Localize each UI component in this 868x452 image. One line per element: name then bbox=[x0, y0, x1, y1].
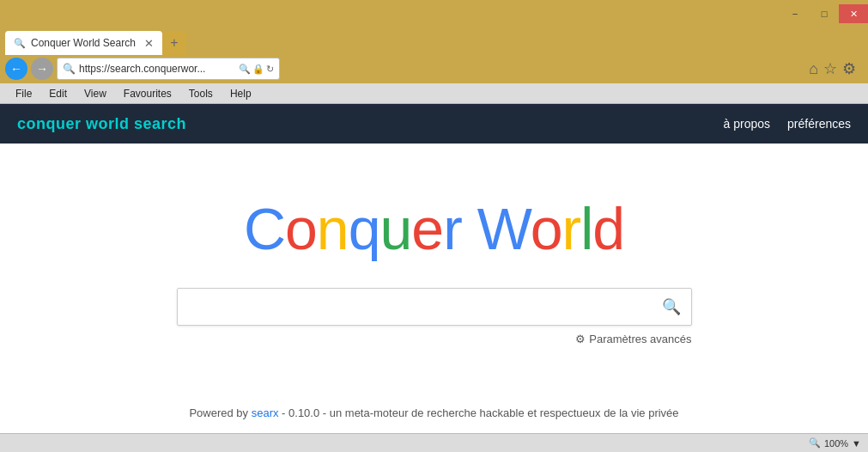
tab-close-button[interactable]: ✕ bbox=[144, 37, 154, 50]
logo-letter-r: r bbox=[443, 196, 462, 261]
logo-letter-o: o bbox=[285, 196, 317, 261]
zoom-icon: 🔍 bbox=[809, 437, 821, 449]
address-bar-actions: 🔍 🔒 ↻ bbox=[239, 64, 274, 75]
title-bar: − □ ✕ bbox=[0, 0, 868, 27]
address-bar-row: ← → 🔍 https://search.conquerwor... 🔍 🔒 ↻… bbox=[0, 55, 868, 83]
about-link[interactable]: à propos bbox=[724, 117, 770, 131]
logo-letter-u: u bbox=[380, 196, 412, 261]
menu-favourites[interactable]: Favourites bbox=[115, 83, 180, 103]
search-box: 🔍 bbox=[177, 288, 692, 326]
browser-window: − □ ✕ 🔍 Conquer World Search ✕ + ← → 🔍 h… bbox=[0, 0, 868, 452]
footer: Powered by searx - 0.10.0 - un meta-mote… bbox=[189, 381, 678, 433]
logo-letter-q: q bbox=[349, 196, 380, 261]
preferences-link[interactable]: préférences bbox=[787, 117, 851, 131]
logo-letter-o2: o bbox=[531, 196, 562, 261]
logo-letter-r2: r bbox=[562, 196, 581, 261]
zoom-dropdown-icon[interactable]: ▼ bbox=[852, 438, 861, 449]
menu-edit[interactable]: Edit bbox=[40, 83, 76, 103]
search-input[interactable] bbox=[188, 299, 662, 315]
forward-button[interactable]: → bbox=[31, 58, 53, 80]
logo-letter-n: n bbox=[317, 196, 349, 261]
settings-icon[interactable]: ⚙ bbox=[842, 59, 856, 78]
menu-help[interactable]: Help bbox=[222, 83, 260, 103]
address-bar[interactable]: 🔍 https://search.conquerwor... 🔍 🔒 ↻ bbox=[57, 58, 280, 80]
footer-powered-by: Powered by bbox=[189, 406, 251, 419]
maximize-button[interactable]: □ bbox=[810, 4, 839, 23]
menu-view[interactable]: View bbox=[76, 83, 115, 103]
home-icon[interactable]: ⌂ bbox=[809, 60, 818, 78]
address-refresh-btn[interactable]: ↻ bbox=[266, 64, 274, 75]
site-logo: conquer world search bbox=[17, 115, 186, 133]
site-nav-links: à propos préférences bbox=[724, 117, 851, 131]
status-bar: 🔍 100% ▼ bbox=[0, 433, 868, 452]
browser-chrome: 🔍 Conquer World Search ✕ + ← → 🔍 https:/… bbox=[0, 27, 868, 83]
logo-letter-W: W bbox=[477, 196, 531, 261]
toolbar-icons: ⌂ ☆ ⚙ bbox=[809, 59, 863, 78]
logo-letter-C: C bbox=[244, 196, 285, 261]
site-nav: conquer world search à propos préférence… bbox=[0, 104, 868, 144]
advanced-settings-label: Paramètres avancés bbox=[589, 333, 691, 345]
gear-icon: ⚙ bbox=[575, 333, 586, 345]
tab-bar: 🔍 Conquer World Search ✕ + bbox=[0, 27, 868, 55]
close-button[interactable]: ✕ bbox=[839, 4, 868, 23]
tab-title: Conquer World Search bbox=[31, 37, 136, 49]
site-main-logo: Conquer World bbox=[244, 195, 624, 262]
search-container: 🔍 ⚙ Paramètres avancés bbox=[177, 288, 692, 345]
menu-tools[interactable]: Tools bbox=[180, 83, 222, 103]
zoom-level: 100% bbox=[824, 438, 848, 449]
logo-letter-e: e bbox=[411, 196, 443, 261]
new-tab-button[interactable]: + bbox=[162, 31, 186, 55]
menu-bar: File Edit View Favourites Tools Help bbox=[0, 83, 868, 104]
address-search-icon: 🔍 bbox=[63, 63, 76, 75]
logo-letter-d: d bbox=[592, 196, 624, 261]
minimize-button[interactable]: − bbox=[780, 4, 810, 23]
active-tab[interactable]: 🔍 Conquer World Search ✕ bbox=[5, 31, 162, 55]
logo-letter-l: l bbox=[580, 196, 592, 261]
advanced-settings-link[interactable]: ⚙ Paramètres avancés bbox=[575, 333, 691, 345]
window-controls: − □ ✕ bbox=[780, 0, 868, 27]
favorites-icon[interactable]: ☆ bbox=[823, 59, 837, 78]
menu-file[interactable]: File bbox=[7, 83, 40, 103]
footer-version: - 0.10.0 - un meta-moteur de recherche h… bbox=[278, 406, 678, 419]
tab-favicon: 🔍 bbox=[14, 38, 26, 49]
search-submit-button[interactable]: 🔍 bbox=[662, 297, 681, 316]
footer-searx-link[interactable]: searx bbox=[252, 406, 279, 419]
back-button[interactable]: ← bbox=[5, 58, 27, 80]
url-display: https://search.conquerwor... bbox=[79, 63, 235, 75]
main-content: Conquer World 🔍 ⚙ Paramètres avancés Pow… bbox=[0, 144, 868, 433]
address-search-btn[interactable]: 🔍 bbox=[239, 64, 251, 75]
address-lock-icon: 🔒 bbox=[252, 64, 264, 75]
